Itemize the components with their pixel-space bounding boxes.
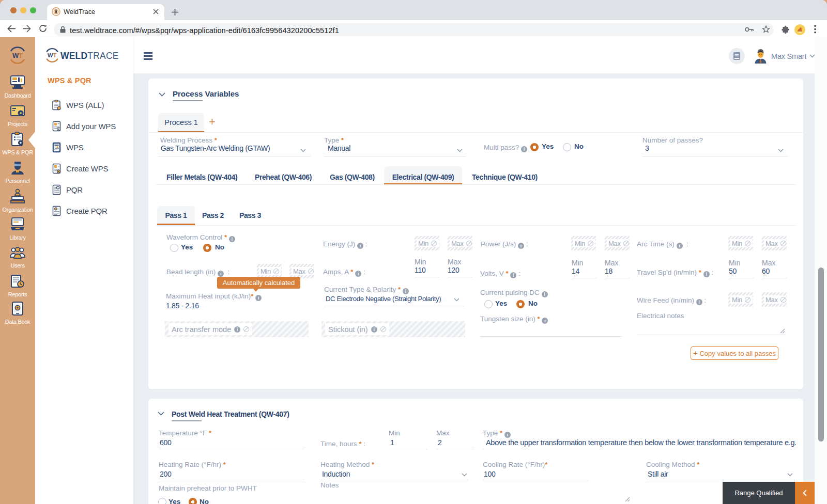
svg-text:T: T xyxy=(19,52,23,59)
svg-text:W: W xyxy=(48,52,53,58)
svg-text:T: T xyxy=(53,52,57,58)
